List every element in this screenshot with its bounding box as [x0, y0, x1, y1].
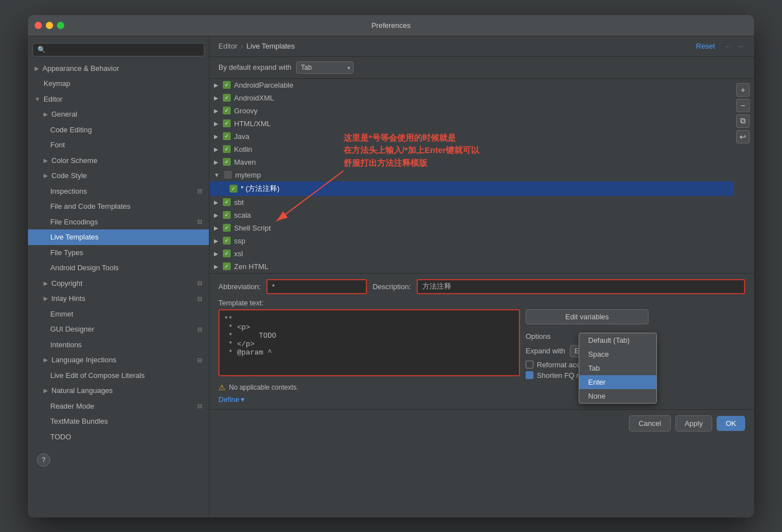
expand-select[interactable]: Tab Space Enter Default (Tab) — [296, 61, 354, 74]
back-arrow[interactable]: ← — [723, 42, 733, 51]
template-item-star-method[interactable]: ✓ * (方法注释) — [209, 181, 734, 196]
sidebar-item-intentions[interactable]: Intentions — [28, 337, 209, 353]
checkbox-xsl[interactable]: ✓ — [223, 250, 231, 257]
dropdown-item-enter[interactable]: Enter — [579, 375, 656, 389]
checkbox-android-xml[interactable]: ✓ — [223, 94, 231, 102]
sidebar-item-natural-languages[interactable]: ▶ Natural Languages — [28, 383, 209, 399]
sidebar-item-editor[interactable]: ▼ Editor — [28, 92, 209, 107]
sidebar-item-reader-mode[interactable]: Reader Mode ⊟ — [28, 399, 209, 414]
edit-variables-button[interactable]: Edit variables — [526, 309, 649, 324]
sidebar-item-code-editing[interactable]: Code Editing — [28, 122, 209, 138]
sidebar-item-inspections[interactable]: Inspections ⊟ — [28, 184, 209, 199]
sidebar-item-live-edit[interactable]: Live Edit of Compose Literals — [28, 368, 209, 384]
sidebar-item-copyright[interactable]: ▶ Copyright ⊟ — [28, 276, 209, 291]
sidebar-item-general[interactable]: ▶ General — [28, 107, 209, 122]
dropdown-item-default-tab[interactable]: Default (Tab) — [579, 333, 656, 347]
add-template-button[interactable]: + — [736, 83, 750, 97]
chevron-icon: ▶ — [214, 199, 218, 205]
search-input[interactable] — [32, 43, 204, 56]
sidebar-item-label: Live Templates — [50, 232, 98, 243]
sidebar-item-file-encodings[interactable]: File Encodings ⊟ — [28, 214, 209, 230]
close-button[interactable] — [35, 22, 42, 29]
group-label: mytemp — [235, 171, 261, 179]
sidebar-item-code-style[interactable]: ▶ Code Style — [28, 168, 209, 184]
template-group-maven[interactable]: ▶ ✓ Maven — [209, 156, 734, 169]
titlebar: Preferences — [28, 15, 754, 36]
cancel-button[interactable]: Cancel — [629, 415, 670, 432]
dropdown-item-none[interactable]: None — [579, 389, 656, 403]
sidebar-item-label: Appearance & Behavior — [42, 63, 119, 74]
description-input[interactable] — [417, 279, 745, 294]
template-group-ssp[interactable]: ▶ ✓ ssp — [209, 234, 734, 247]
template-group-html-xml[interactable]: ▶ ✓ HTML/XML — [209, 117, 734, 130]
template-group-java[interactable]: ▶ ✓ Java — [209, 130, 734, 143]
checkbox-kotlin[interactable]: ✓ — [223, 145, 231, 153]
sidebar-item-gui-designer[interactable]: GUI Designer ⊟ — [28, 322, 209, 337]
warning-icon: ⚠ — [218, 383, 226, 392]
sidebar-item-appearance[interactable]: ▶ Appearance & Behavior — [28, 61, 209, 76]
reset-template-button[interactable]: ↩ — [736, 130, 750, 143]
sidebar-item-todo[interactable]: TODO — [28, 429, 209, 445]
chevron-icon: ▼ — [214, 172, 220, 178]
expand-label: By default expand with — [218, 63, 292, 71]
sidebar-item-file-types[interactable]: File Types — [28, 245, 209, 261]
checkbox-star[interactable]: ✓ — [230, 185, 237, 193]
template-group-sbt[interactable]: ▶ ✓ sbt — [209, 196, 734, 209]
checkbox-zen-html[interactable]: ✓ — [223, 262, 231, 270]
checkbox-sbt[interactable]: ✓ — [223, 198, 231, 206]
chevron-icon: ▶ — [214, 121, 218, 127]
ok-button[interactable]: OK — [717, 416, 745, 431]
template-group-shell-script[interactable]: ▶ ✓ Shell Script — [209, 222, 734, 234]
remove-template-button[interactable]: − — [736, 99, 750, 112]
sidebar-item-label: Inlay Hints — [51, 293, 85, 304]
shorten-checkbox[interactable] — [526, 371, 533, 379]
maximize-button[interactable] — [57, 22, 64, 29]
template-group-mytemp[interactable]: ▼ mytemp — [209, 169, 734, 181]
sidebar-item-keymap[interactable]: Keymap — [28, 76, 209, 92]
template-group-kotlin[interactable]: ▶ ✓ Kotlin — [209, 143, 734, 156]
group-label: * (方法注释) — [241, 184, 279, 194]
sidebar-item-language-injections[interactable]: ▶ Language Injections ⊟ — [28, 352, 209, 368]
checkbox-ssp[interactable]: ✓ — [223, 237, 231, 245]
sidebar-item-color-scheme[interactable]: ▶ Color Scheme — [28, 153, 209, 169]
template-group-zen-html[interactable]: ▶ ✓ Zen HTML — [209, 260, 734, 273]
dropdown-item-tab[interactable]: Tab — [579, 361, 656, 375]
checkbox-groovy[interactable]: ✓ — [223, 107, 231, 114]
template-group-groovy[interactable]: ▶ ✓ Groovy — [209, 104, 734, 117]
reset-button[interactable]: Reset — [696, 42, 715, 50]
template-group-xsl[interactable]: ▶ ✓ xsl — [209, 247, 734, 260]
checkbox-html-xml[interactable]: ✓ — [223, 119, 231, 127]
help-button[interactable]: ? — [37, 453, 50, 467]
sidebar-item-label: Copyright — [51, 278, 83, 289]
group-label: sbt — [234, 198, 244, 207]
sidebar-item-live-templates[interactable]: Live Templates — [28, 229, 209, 245]
sidebar-item-emmet[interactable]: Emmet — [28, 306, 209, 322]
sidebar-item-inlay-hints[interactable]: ▶ Inlay Hints ⊟ — [28, 291, 209, 306]
checkbox-maven[interactable]: ✓ — [223, 158, 231, 166]
template-group-android-xml[interactable]: ▶ ✓ AndroidXML — [209, 92, 734, 104]
sidebar-item-label: Keymap — [44, 78, 70, 89]
template-group-scala[interactable]: ▶ ✓ scala — [209, 209, 734, 222]
copy-template-button[interactable]: ⧉ — [736, 114, 750, 128]
apply-button[interactable]: Apply — [675, 415, 713, 432]
checkbox-scala[interactable]: ✓ — [223, 211, 231, 219]
dropdown-item-space[interactable]: Space — [579, 347, 656, 361]
checkbox-shell-script[interactable]: ✓ — [223, 224, 231, 232]
minimize-button[interactable] — [46, 22, 53, 29]
sidebar-item-file-code-templates[interactable]: File and Code Templates — [28, 199, 209, 214]
template-text-area[interactable]: ** * <p> * TODO * </p> * @param ^ — [218, 309, 520, 376]
forward-arrow[interactable]: → — [735, 42, 745, 51]
sidebar-item-android-design-tools[interactable]: Android Design Tools — [28, 260, 209, 276]
checkbox-android-parcelable[interactable]: ✓ — [223, 81, 231, 89]
template-group-android-parcelable[interactable]: ▶ ✓ AndroidParcelable — [209, 79, 734, 92]
sidebar-item-font[interactable]: Font — [28, 137, 209, 153]
define-link[interactable]: Define ▾ — [218, 395, 520, 404]
chevron-icon: ▶ — [44, 356, 48, 364]
checkbox-mytemp[interactable] — [224, 171, 232, 179]
group-label: Groovy — [234, 107, 258, 115]
abbreviation-input[interactable] — [266, 279, 367, 294]
sidebar-item-textmate-bundles[interactable]: TextMate Bundles — [28, 414, 209, 429]
reformat-checkbox[interactable] — [526, 361, 533, 368]
sidebar-item-label: General — [51, 109, 77, 120]
checkbox-java[interactable]: ✓ — [223, 132, 231, 140]
